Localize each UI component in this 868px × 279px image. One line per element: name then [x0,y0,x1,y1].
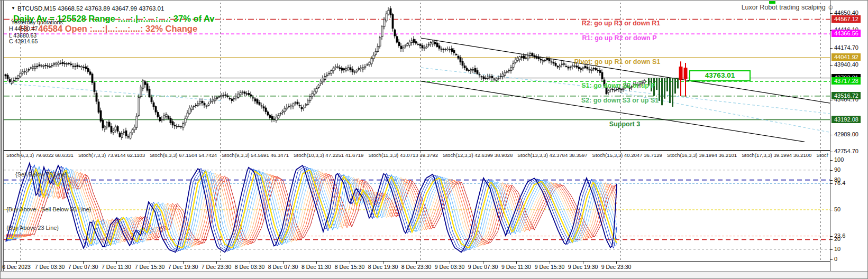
candle-down [477,70,478,73]
candle-down [557,66,559,67]
watermark-text: Luxor Robot trading scalping ☺ [742,4,834,11]
candle-down [392,15,394,29]
candle-up [430,42,432,44]
candle-up [447,49,449,50]
candle-up [322,78,324,82]
candle-up [316,89,317,92]
candle-up [176,126,178,127]
candle-down [248,94,250,95]
stoch-line-16 [6,172,617,245]
candle-up [142,80,144,88]
candle-up [320,81,322,83]
signal-candle-body [679,67,683,80]
stoch-reading: Stoch(12,3,3) 42.6399 38.9028 [443,152,513,158]
price-axis-tick: 44174.70 [830,44,868,51]
candle-up [284,108,286,111]
candle-up [24,71,25,72]
candle-up [138,97,140,115]
candle-down [127,136,129,137]
price-badge-s1: 43717.28 [832,77,861,85]
chart-menu-icon[interactable]: ▼ [11,6,15,11]
candle-up [504,72,506,76]
candle-down [195,105,197,106]
support3-label[interactable]: Support 3 [556,120,693,128]
candle-up [358,69,360,70]
candle-up [559,66,561,67]
forecast-line [5,83,223,101]
time-label: 7 Dec 15:30 [135,264,165,270]
price-badge-s2: 43516.72 [832,92,861,99]
price-axis-tick: 43940.40 [830,61,868,68]
time-axis[interactable]: 6 Dec 20237 Dec 03:307 Dec 07:307 Dec 11… [4,261,830,272]
candle-down [94,82,95,91]
candle-up [386,14,387,21]
candle-down [5,75,6,76]
candle-down [218,97,220,97]
stoch-axis-tick: 20 [830,236,868,242]
candle-up [282,111,284,112]
candle-up [318,85,319,88]
candle-up [56,63,57,64]
candle-down [147,83,148,90]
candle-up [163,116,165,118]
candle-up [113,131,114,132]
pivot-label-pivot[interactable]: Pivot: go up R1 or down S1 [549,58,686,66]
pivot-label-s2[interactable]: S2: go down S3 or up S1 [551,97,689,104]
candle-up [345,68,347,70]
price-axis[interactable]: 44650.4044416.1044174.7043940.4043464.70… [830,1,868,271]
candle-down [252,98,254,98]
candle-up [417,44,419,44]
candle-up [305,104,307,106]
candle-down [87,68,89,71]
sell-below-76-note: {Sell Below 76 Line} [15,171,67,178]
candle-down [231,99,233,100]
price-badge-s3: 43192.08 [832,116,861,123]
yesterday-close: C 43914.65 [9,38,38,44]
time-label: 9 Dec 15:30 [535,264,565,270]
time-label: 8 Dec 07:30 [268,264,298,270]
time-label: 8 Dec 23:30 [401,264,432,270]
candle-down [168,116,169,118]
candle-up [15,78,17,79]
time-label: 7 Dec 23:30 [202,264,232,270]
candle-up [123,132,125,133]
candle-down [415,42,417,43]
stoch-reading: Stoch(11,3,3) 43.0713 39.3792 [368,152,438,158]
time-label: 9 Dec 11:30 [501,264,531,270]
stoch-axis-tick: 100 [830,156,868,163]
candle-down [244,92,245,94]
pivot-label-r2[interactable]: R2: go up R3 or down R1 [552,20,690,27]
candle-down [413,39,415,42]
stochastic-panel[interactable]: Stoch(6,3,3) 79.6022 68.6331Stoch(7,3,3)… [4,151,830,261]
candle-down [77,65,78,67]
candle-up [364,67,366,67]
candle-up [527,55,529,59]
candle-down [299,105,300,106]
candle-up [331,70,332,73]
candle-down [576,66,578,67]
candle-down [117,126,118,131]
candle-up [185,118,186,123]
candle-up [544,60,546,61]
candle-down [174,125,176,126]
price-chart-panel[interactable]: ▼BTCUSD,M15 43668.52 43763.89 43647.99 4… [4,3,830,151]
candle-up [371,58,372,63]
candle-up [66,63,68,64]
candle-down [75,66,76,67]
candle-up [572,66,573,67]
candle-down [269,115,271,117]
candle-down [45,65,47,66]
pivot-label-r1[interactable]: R1: go up R2 or down P [551,34,688,42]
current-price-tag[interactable]: 43763.01 [689,70,751,81]
candle-up [432,41,434,44]
candle-up [508,70,510,71]
price-badge-r2: 44567.12 [832,15,861,23]
candle-up [278,115,279,118]
time-label: 8 Dec 03:30 [235,264,265,270]
candle-up [405,45,406,46]
candle-up [303,107,305,108]
stoch-axis-tick: 76.4 [830,180,868,186]
candle-up [519,57,520,60]
pivot-label-s1[interactable]: S1: go down S2 or up P [550,82,687,89]
candle-up [132,130,133,133]
